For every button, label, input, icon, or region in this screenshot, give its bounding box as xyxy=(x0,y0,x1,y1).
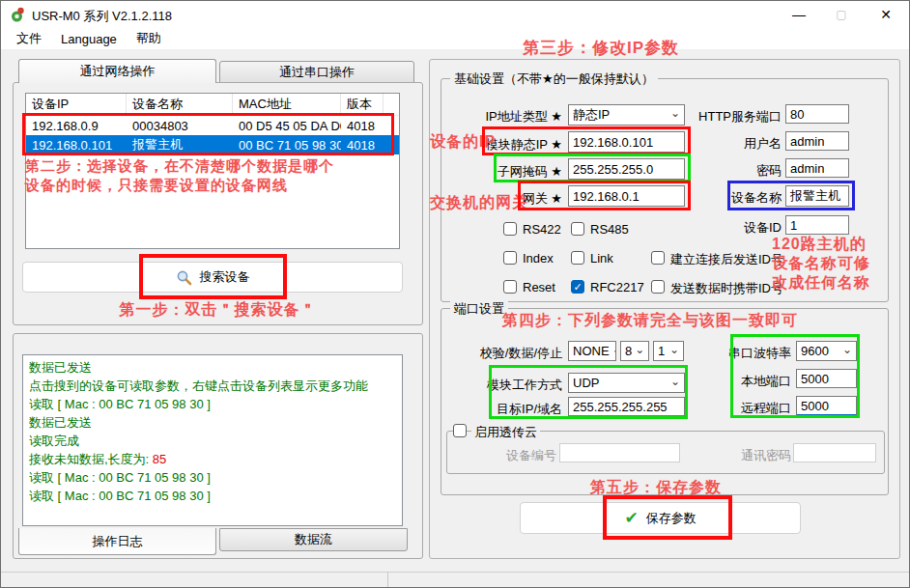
parity-label: 校验/数据/停止 xyxy=(407,345,562,362)
subnet-field[interactable]: 255.255.255.0 xyxy=(568,158,685,180)
log-line: 读取 [ Mac : 00 BC 71 05 98 30 ] xyxy=(29,468,396,487)
ip-type-label: IP地址类型 ★ xyxy=(407,108,562,126)
header-device-ip[interactable]: 设备IP xyxy=(26,94,127,115)
close-button[interactable]: ✕ xyxy=(868,1,903,28)
cloud-device-no-label: 设备编号 xyxy=(506,447,556,464)
search-icon xyxy=(176,269,192,286)
local-port-field[interactable]: 5000 xyxy=(796,369,857,388)
link-checkbox[interactable] xyxy=(571,251,584,265)
send-id-on-connect-checkbox[interactable] xyxy=(651,251,665,265)
operation-log[interactable]: 数据已发送 点击搜到的设备可读取参数，右键点击设备列表显示更多功能 读取 [ M… xyxy=(22,354,403,526)
log-line: 数据已发送 xyxy=(29,358,396,377)
rs485-label: RS485 xyxy=(590,222,629,237)
static-ip-field[interactable]: 192.168.0.101 xyxy=(568,131,685,153)
ip-type-select[interactable]: 静态IP ⌄ xyxy=(568,104,685,126)
link-label: Link xyxy=(590,251,613,266)
search-device-button[interactable]: 搜索设备 xyxy=(22,262,403,293)
status-bar-divider xyxy=(387,573,388,588)
tab-data-stream[interactable]: 数据流 xyxy=(219,528,408,551)
send-id-with-data-checkbox[interactable] xyxy=(651,280,665,294)
table-row[interactable]: 192.168.0.9 00034803 00 D5 45 05 DA D0 4… xyxy=(26,116,399,135)
http-port-label: HTTP服务端口 xyxy=(677,108,782,126)
baud-rate-label: 串口波特率 xyxy=(721,345,791,362)
stop-bits-select[interactable]: 1 ⌄ xyxy=(653,341,684,361)
log-line: 读取 [ Mac : 00 BC 71 05 98 30 ] xyxy=(29,395,396,413)
http-port-field[interactable]: 80 xyxy=(785,104,849,124)
chevron-down-icon: ⌄ xyxy=(670,376,680,387)
remote-port-label: 远程端口 xyxy=(721,400,791,417)
target-ip-field[interactable]: 255.255.255.255 xyxy=(568,397,685,416)
parity-select[interactable]: NONE ⌄ xyxy=(568,341,616,361)
log-line-warning: 接收未知数据,长度为: 85 xyxy=(29,450,396,468)
check-icon: ✔ xyxy=(624,510,638,526)
chevron-down-icon: ⌄ xyxy=(669,344,679,355)
basic-settings-title: 基础设置（不带★的一般保持默认） xyxy=(450,70,658,88)
send-id-with-data-label: 发送数据时携带ID号 xyxy=(670,280,783,297)
title-bar: USR-M0 系列 V2.1.2.118 — ▢ ✕ xyxy=(1,1,909,28)
minimize-button[interactable]: — xyxy=(782,1,816,28)
reset-checkbox[interactable] xyxy=(503,280,517,294)
cloud-password-label: 通讯密码 xyxy=(741,447,791,464)
status-bar xyxy=(1,572,909,588)
password-field[interactable]: admin xyxy=(785,158,849,178)
device-id-label: 设备ID xyxy=(677,219,782,237)
username-label: 用户名 xyxy=(677,135,782,153)
save-button-label: 保存参数 xyxy=(646,510,697,527)
device-id-field[interactable]: 1 xyxy=(785,215,849,235)
cloud-device-no-field[interactable] xyxy=(559,443,680,462)
remote-port-field[interactable]: 5000 xyxy=(796,396,857,416)
app-logo-icon xyxy=(10,7,25,22)
rs485-checkbox[interactable] xyxy=(571,222,584,236)
save-params-button[interactable]: ✔ 保存参数 xyxy=(520,502,801,534)
device-name-label: 设备名称 xyxy=(677,189,782,207)
warning-length-value: 85 xyxy=(153,452,166,466)
tab-network-operation[interactable]: 通过网络操作 xyxy=(18,59,216,83)
local-port-label: 本地端口 xyxy=(721,373,791,390)
menu-file[interactable]: 文件 xyxy=(7,30,51,47)
cloud-enable-checkbox[interactable] xyxy=(453,424,467,437)
device-table-header: 设备IP 设备名称 MAC地址 版本 xyxy=(26,94,399,116)
work-mode-select[interactable]: UDP ⌄ xyxy=(568,373,685,393)
search-button-label: 搜索设备 xyxy=(200,268,250,286)
menu-bar: 文件 Language 帮助 xyxy=(1,28,909,49)
rs422-label: RS422 xyxy=(523,222,561,237)
annotation-device-name-note: 120路主机的 设备名称可修 改成任何名称 xyxy=(772,235,870,293)
baud-rate-select[interactable]: 9600 ⌄ xyxy=(796,341,857,361)
index-label: Index xyxy=(523,251,554,266)
work-mode-label: 模块工作方式 xyxy=(407,377,562,394)
menu-help[interactable]: 帮助 xyxy=(127,30,171,47)
send-id-on-connect-label: 建立连接后发送ID号 xyxy=(670,251,783,268)
header-mac-address[interactable]: MAC地址 xyxy=(233,94,341,115)
window-title: USR-M0 系列 V2.1.2.118 xyxy=(32,8,172,25)
index-checkbox[interactable] xyxy=(503,251,517,265)
header-version[interactable]: 版本 xyxy=(341,94,384,115)
tab-serial-operation[interactable]: 通过串口操作 xyxy=(219,61,414,83)
annotation-step3: 第三步：修改IP参数 xyxy=(523,37,679,59)
target-ip-label: 目标IP/域名 xyxy=(407,401,562,418)
chevron-down-icon: ⌄ xyxy=(635,344,644,355)
annotation-step2: 第二步：选择设备，在不清楚哪个数据是哪个 设备的时候，只接需要设置的设备网线 xyxy=(25,156,334,195)
annotation-device-ip: 设备的IP xyxy=(430,132,496,153)
log-line: 读取 [ Mac : 00 BC 71 05 98 30 ] xyxy=(29,487,396,505)
username-field[interactable]: admin xyxy=(785,131,849,151)
data-bits-select[interactable]: 8 ⌄ xyxy=(620,341,649,361)
app-window: USR-M0 系列 V2.1.2.118 — ▢ ✕ 文件 Language 帮… xyxy=(0,0,910,588)
log-line: 读取完成 xyxy=(29,432,396,450)
maximize-button[interactable]: ▢ xyxy=(824,1,859,28)
log-line: 点击搜到的设备可读取参数，右键点击设备列表显示更多功能 xyxy=(29,377,396,395)
gateway-field[interactable]: 192.168.0.1 xyxy=(568,185,685,207)
log-line: 数据已发送 xyxy=(29,413,396,432)
reset-label: Reset xyxy=(523,280,555,294)
annotation-step1: 第一步：双击＂搜索设备＂ xyxy=(13,300,423,321)
tab-operation-log[interactable]: 操作日志 xyxy=(18,528,216,555)
header-device-name[interactable]: 设备名称 xyxy=(127,94,233,115)
subnet-label: 子网掩码 ★ xyxy=(407,163,562,181)
cloud-enable-label: 启用透传云 xyxy=(471,424,540,441)
table-row-selected[interactable]: 192.168.0.101 报警主机 00 BC 71 05 98 30 401… xyxy=(26,135,399,154)
password-label: 密码 xyxy=(677,162,782,180)
rs422-checkbox[interactable] xyxy=(503,222,517,236)
rfc2217-checkbox[interactable] xyxy=(571,280,584,294)
menu-language[interactable]: Language xyxy=(51,32,127,46)
cloud-password-field[interactable] xyxy=(793,443,876,462)
device-name-field[interactable]: 报警主机 xyxy=(785,185,849,207)
